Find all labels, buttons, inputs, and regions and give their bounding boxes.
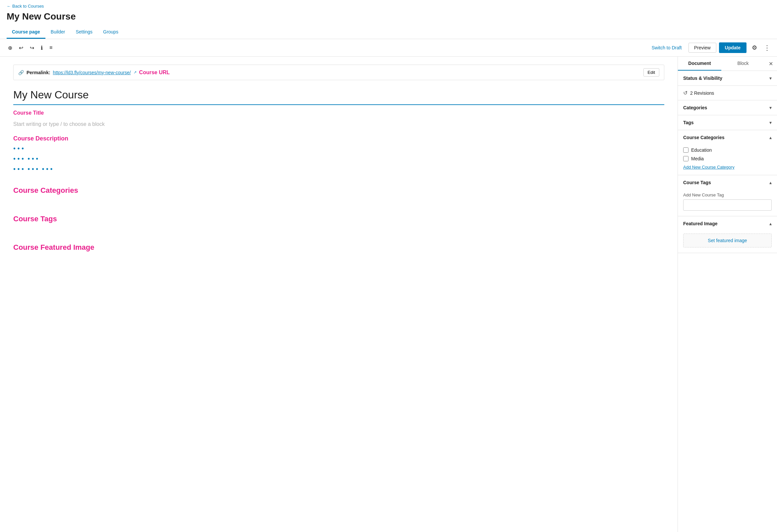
info-button[interactable]: ℹ <box>38 43 45 53</box>
editor-toolbar: ⊕ ↩ ↪ ℹ ≡ Switch to Draft Preview Update… <box>0 39 777 57</box>
tab-course-page[interactable]: Course page <box>7 26 45 39</box>
category-education-checkbox[interactable] <box>683 147 688 153</box>
course-url-annotation: Course URL <box>139 70 170 76</box>
course-tags-title: Course Tags <box>683 180 711 185</box>
tags-title: Tags <box>683 120 694 125</box>
top-bar: Back to Courses My New Course Course pag… <box>0 0 777 39</box>
external-link-icon: ↗ <box>134 70 136 75</box>
course-tags-header[interactable]: Course Tags ▴ <box>678 175 777 190</box>
status-visibility-title: Status & Visibility <box>683 76 722 81</box>
featured-image-header[interactable]: Featured Image ▴ <box>678 216 777 231</box>
status-visibility-section: Status & Visibility ▾ <box>678 71 777 86</box>
revisions-icon: ↺ <box>683 90 687 96</box>
category-media-label: Media <box>691 156 704 161</box>
course-tags-chevron: ▴ <box>769 180 772 185</box>
tags-chevron: ▾ <box>769 120 772 125</box>
main-layout: 🔗 Permalink: https://ld3.fly/courses/my-… <box>0 57 777 532</box>
sidebar-tabs: Document Block ✕ <box>678 57 777 71</box>
sidebar: Document Block ✕ Status & Visibility ▾ ↺… <box>678 57 777 532</box>
course-categories-header[interactable]: Course Categories ▴ <box>678 130 777 145</box>
toolbar-left: ⊕ ↩ ↪ ℹ ≡ <box>5 43 645 53</box>
tab-settings[interactable]: Settings <box>70 26 98 39</box>
course-featured-image-main-annotation: Course Featured Image <box>13 243 95 251</box>
page-title: My New Course <box>7 11 770 22</box>
categories-section: Categories ▾ <box>678 100 777 115</box>
course-categories-section: Course Categories ▴ Education Media Add … <box>678 130 777 175</box>
tab-builder[interactable]: Builder <box>45 26 71 39</box>
add-category-link[interactable]: Add New Course Category <box>683 165 772 170</box>
undo-button[interactable]: ↩ <box>16 43 26 53</box>
tabs-nav: Course page Builder Settings Groups <box>7 26 770 39</box>
tab-groups[interactable]: Groups <box>98 26 124 39</box>
category-education-row: Education <box>683 147 772 153</box>
featured-image-chevron: ▴ <box>769 221 772 226</box>
sidebar-close-button[interactable]: ✕ <box>765 57 777 71</box>
tag-input[interactable] <box>683 200 772 211</box>
course-categories-main-annotation: Course Categories <box>13 186 78 194</box>
list-view-button[interactable]: ≡ <box>47 43 55 53</box>
featured-image-section: Featured Image ▴ Set featured image <box>678 216 777 253</box>
course-categories-content: Education Media Add New Course Category <box>678 145 777 175</box>
editor-area: 🔗 Permalink: https://ld3.fly/courses/my-… <box>0 57 678 532</box>
edit-permalink-button[interactable]: Edit <box>643 68 659 77</box>
settings-button[interactable]: ⚙ <box>749 42 760 53</box>
course-description-annotation: Course Description <box>13 135 664 142</box>
editor-placeholder[interactable]: Start writing or type / to choose a bloc… <box>13 121 664 127</box>
categories-title: Categories <box>683 105 707 110</box>
content-block-3[interactable]: • • • • • • • • • <box>13 165 664 173</box>
more-options-button[interactable]: ⋮ <box>762 42 772 54</box>
toolbar-right: Switch to Draft Preview Update ⚙ ⋮ <box>648 42 772 54</box>
redo-button[interactable]: ↪ <box>27 43 37 53</box>
revisions-label: 2 Revisions <box>690 91 714 96</box>
tab-document[interactable]: Document <box>678 57 721 71</box>
categories-header[interactable]: Categories ▾ <box>678 100 777 115</box>
content-block-2[interactable]: • • • • • • <box>13 155 664 163</box>
back-link[interactable]: Back to Courses <box>7 4 44 9</box>
revisions-row[interactable]: ↺ 2 Revisions <box>678 86 777 100</box>
categories-chevron: ▾ <box>769 105 772 110</box>
permalink-bar: 🔗 Permalink: https://ld3.fly/courses/my-… <box>13 64 664 80</box>
featured-image-content: Set featured image <box>678 231 777 253</box>
permalink-url[interactable]: https://ld3.fly/courses/my-new-course/ <box>53 70 131 75</box>
category-education-label: Education <box>691 147 712 153</box>
tags-section: Tags ▾ <box>678 115 777 130</box>
category-media-row: Media <box>683 156 772 161</box>
switch-draft-button[interactable]: Switch to Draft <box>648 43 686 52</box>
set-featured-image-button[interactable]: Set featured image <box>683 234 772 247</box>
permalink-label: Permalink: <box>26 70 50 75</box>
course-categories-chevron: ▴ <box>769 135 772 140</box>
featured-image-title: Featured Image <box>683 221 717 226</box>
revisions-section: ↺ 2 Revisions <box>678 86 777 100</box>
content-block-1[interactable]: • • • <box>13 145 664 152</box>
course-tags-content: Add New Course Tag <box>678 190 777 216</box>
tab-block[interactable]: Block <box>721 57 765 71</box>
add-block-button[interactable]: ⊕ <box>5 43 15 53</box>
course-tags-section: Course Tags ▴ Add New Course Tag <box>678 175 777 216</box>
course-title-annotation: Course Title <box>13 110 44 116</box>
link-icon: 🔗 <box>18 70 24 75</box>
course-categories-title: Course Categories <box>683 135 724 140</box>
course-tags-main-annotation: Course Tags <box>13 215 57 223</box>
preview-button[interactable]: Preview <box>688 43 716 53</box>
category-media-checkbox[interactable] <box>683 156 688 161</box>
tags-header[interactable]: Tags ▾ <box>678 115 777 130</box>
course-title-input[interactable] <box>13 86 664 105</box>
status-visibility-chevron: ▾ <box>769 76 772 81</box>
update-button[interactable]: Update <box>719 42 747 53</box>
status-visibility-header[interactable]: Status & Visibility ▾ <box>678 71 777 86</box>
tag-input-label: Add New Course Tag <box>683 192 772 197</box>
